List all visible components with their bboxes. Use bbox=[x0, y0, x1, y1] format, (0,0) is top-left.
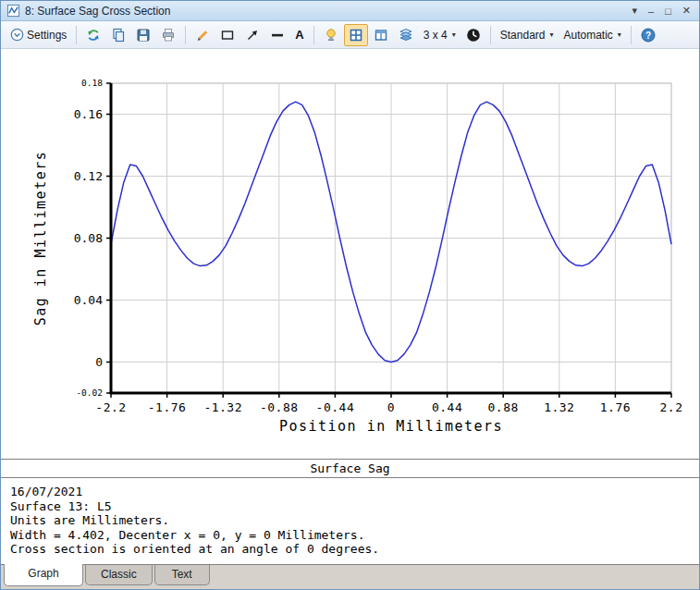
save-icon bbox=[136, 28, 151, 43]
print-button[interactable] bbox=[156, 24, 180, 46]
standard-label: Standard bbox=[500, 29, 546, 42]
help-button[interactable]: ? bbox=[636, 24, 660, 46]
sag-cross-section-chart: -2.2-1.76-1.32-0.88-0.4400.440.881.321.7… bbox=[1, 49, 699, 459]
minimize-button[interactable]: – bbox=[648, 6, 654, 17]
svg-text:0.04: 0.04 bbox=[74, 293, 103, 307]
separator bbox=[490, 26, 491, 44]
svg-text:0.44: 0.44 bbox=[432, 400, 462, 414]
titlebar: 8: Surface Sag Cross Section ▾ – □ ✕ bbox=[1, 1, 699, 21]
svg-text:Sag in Millimeters: Sag in Millimeters bbox=[32, 151, 49, 326]
svg-text:-2.2: -2.2 bbox=[95, 400, 126, 414]
lamp-button[interactable] bbox=[319, 24, 343, 46]
layers-button[interactable] bbox=[394, 24, 418, 46]
svg-text:0: 0 bbox=[95, 355, 103, 369]
window-layout-button[interactable] bbox=[369, 24, 393, 46]
dock-options-button[interactable]: ▾ bbox=[632, 5, 637, 17]
copy-icon bbox=[111, 28, 126, 43]
chevron-down-icon: ▾ bbox=[452, 31, 456, 39]
tab-bar: Graph Classic Text bbox=[1, 565, 699, 589]
arrow-line-icon bbox=[245, 28, 260, 43]
svg-text:?: ? bbox=[645, 30, 651, 40]
separator bbox=[76, 26, 77, 44]
svg-text:0: 0 bbox=[387, 400, 395, 414]
svg-text:-1.32: -1.32 bbox=[203, 400, 242, 414]
chevron-down-icon: ▾ bbox=[549, 31, 553, 39]
text-tool-icon: A bbox=[295, 28, 303, 42]
update-button[interactable] bbox=[81, 24, 105, 46]
maximize-button[interactable]: □ bbox=[665, 6, 671, 17]
clock-icon bbox=[466, 28, 481, 43]
svg-text:-0.44: -0.44 bbox=[316, 400, 355, 414]
chart-canvas: -2.2-1.76-1.32-0.88-0.4400.440.881.321.7… bbox=[1, 49, 699, 459]
svg-text:0.12: 0.12 bbox=[74, 169, 103, 183]
draw-line-button[interactable] bbox=[190, 24, 215, 46]
window-panes-icon bbox=[374, 28, 388, 43]
svg-text:1.76: 1.76 bbox=[600, 400, 631, 414]
surface-sag-window: 8: Surface Sag Cross Section ▾ – □ ✕ Set… bbox=[0, 0, 700, 590]
clock-button[interactable] bbox=[461, 24, 485, 46]
summary-panel: Surface Sag 16/07/2021 Surface 13: L5 Un… bbox=[1, 459, 699, 565]
svg-text:Position in Millimeters: Position in Millimeters bbox=[279, 418, 503, 435]
summary-line-surface: Surface 13: L5 bbox=[10, 499, 690, 514]
automatic-dropdown[interactable]: Automatic ▾ bbox=[559, 24, 626, 46]
svg-text:0.88: 0.88 bbox=[488, 400, 519, 414]
separator bbox=[631, 26, 632, 44]
summary-line-orientation: Cross section is oriented at an angle of… bbox=[10, 542, 690, 557]
draw-hline-button[interactable] bbox=[265, 24, 289, 46]
svg-text:-1.76: -1.76 bbox=[148, 400, 187, 414]
text-tool-button[interactable]: A bbox=[290, 24, 308, 46]
standard-dropdown[interactable]: Standard ▾ bbox=[496, 24, 559, 46]
svg-text:-0.88: -0.88 bbox=[260, 400, 299, 414]
tab-text[interactable]: Text bbox=[154, 565, 210, 585]
draw-rectangle-button[interactable] bbox=[215, 24, 239, 46]
svg-text:0.16: 0.16 bbox=[74, 107, 103, 121]
toolbar: Settings A bbox=[1, 21, 699, 49]
app-icon bbox=[6, 4, 20, 18]
rectangle-icon bbox=[220, 28, 235, 43]
print-icon bbox=[161, 28, 176, 43]
tab-graph[interactable]: Graph bbox=[4, 564, 83, 586]
refresh-icon bbox=[86, 28, 101, 43]
window-controls: ▾ – □ ✕ bbox=[632, 5, 694, 17]
lamp-icon bbox=[324, 28, 338, 43]
save-button[interactable] bbox=[131, 24, 155, 46]
close-button[interactable]: ✕ bbox=[682, 5, 691, 17]
settings-button[interactable]: Settings bbox=[6, 24, 71, 46]
svg-text:0.08: 0.08 bbox=[74, 231, 103, 245]
separator bbox=[185, 26, 186, 44]
automatic-label: Automatic bbox=[564, 29, 613, 42]
chevron-down-icon: ▾ bbox=[618, 31, 621, 39]
grid-size-label: 3 x 4 bbox=[424, 29, 448, 42]
pencil-icon bbox=[195, 28, 210, 43]
svg-text:-0.02: -0.02 bbox=[76, 387, 103, 398]
help-icon: ? bbox=[641, 28, 656, 43]
panel-body: 16/07/2021 Surface 13: L5 Units are Mill… bbox=[1, 478, 699, 557]
tab-classic[interactable]: Classic bbox=[85, 565, 153, 585]
separator bbox=[313, 26, 314, 44]
lock-window-button[interactable] bbox=[344, 24, 368, 46]
svg-text:1.32: 1.32 bbox=[544, 400, 574, 414]
copy-button[interactable] bbox=[106, 24, 130, 46]
svg-text:2.2: 2.2 bbox=[660, 400, 683, 414]
draw-arrow-button[interactable] bbox=[240, 24, 264, 46]
thick-line-icon bbox=[270, 28, 285, 43]
window-title: 8: Surface Sag Cross Section bbox=[25, 5, 632, 18]
panel-header: Surface Sag bbox=[1, 460, 699, 478]
summary-line-units: Units are Millimeters. bbox=[10, 513, 690, 528]
layers-icon bbox=[399, 28, 413, 43]
summary-line-date: 16/07/2021 bbox=[10, 485, 690, 499]
svg-text:0.18: 0.18 bbox=[81, 78, 103, 88]
four-pane-grid-icon bbox=[349, 28, 363, 43]
grid-size-dropdown[interactable]: 3 x 4 ▾ bbox=[419, 24, 461, 46]
summary-line-width: Width = 4.402, Decenter x = 0, y = 0 Mil… bbox=[10, 528, 690, 543]
settings-label: Settings bbox=[27, 29, 67, 42]
settings-caret-icon bbox=[10, 28, 24, 42]
